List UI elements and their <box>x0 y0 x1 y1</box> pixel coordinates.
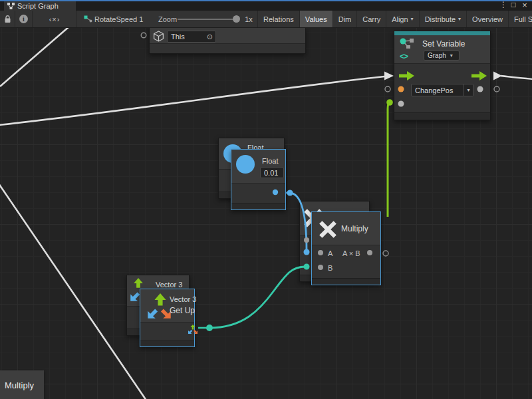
graph-toolbar: i ‹×› RotateSpeed 1 Zoom 1x Relations Va… <box>0 11 532 28</box>
flow-input-port[interactable] <box>399 71 414 80</box>
flow-cable-arrow-in[interactable] <box>384 72 394 80</box>
flow-cable-arrow-out[interactable] <box>493 72 502 80</box>
cable-blue-endpoint[interactable] <box>287 190 293 196</box>
graph-name-label: RotateSpeed 1 <box>94 11 145 27</box>
zoom-slider-track[interactable] <box>178 19 237 20</box>
port-output-value[interactable] <box>477 86 483 92</box>
zoom-value: 1x <box>242 11 255 27</box>
chevron-down-icon: ▾ <box>458 16 461 22</box>
port-variable-name[interactable] <box>398 86 404 92</box>
tab-bar: Script Graph ⋮ □ × <box>0 0 532 11</box>
flow-output-port[interactable] <box>471 71 487 80</box>
overview-button[interactable]: Overview <box>467 11 509 27</box>
graph-tab-icon <box>7 3 15 9</box>
port-this-unconnected[interactable] <box>141 33 146 38</box>
port-multiply-result[interactable] <box>367 250 372 255</box>
info-button[interactable]: i <box>15 11 32 27</box>
port-multiply-a[interactable] <box>318 250 323 255</box>
fullscreen-label: Full Screen <box>514 15 532 23</box>
zoom-slider-handle[interactable] <box>233 15 240 23</box>
chevron-down-icon: ▾ <box>411 16 414 22</box>
graph-canvas[interactable]: Float Vector 3 <box>0 28 532 399</box>
code-view-button[interactable]: ‹×› <box>33 11 76 27</box>
lock-icon <box>4 15 11 23</box>
cable-lime-endpoint[interactable] <box>386 99 393 106</box>
values-button[interactable]: Values <box>300 11 333 27</box>
port-unconnected[interactable] <box>494 86 499 92</box>
relations-label: Relations <box>263 15 294 23</box>
port-unconnected[interactable] <box>385 86 390 92</box>
code-icon: ‹×› <box>49 15 61 23</box>
toolbar-button-group: Relations Values Dim Carry Align ▾ Distr… <box>257 11 532 27</box>
distribute-dropdown-button[interactable]: Distribute ▾ <box>420 11 467 27</box>
info-icon: i <box>19 15 28 23</box>
window-menu-button[interactable]: ⋮ <box>499 0 508 11</box>
carry-label: Carry <box>362 15 380 23</box>
tab-label: Script Graph <box>17 2 59 10</box>
align-dropdown-button[interactable]: Align ▾ <box>386 11 419 27</box>
port-ghost-input[interactable] <box>304 237 309 243</box>
relations-button[interactable]: Relations <box>258 11 300 27</box>
align-label: Align <box>392 15 408 23</box>
port-input-value[interactable] <box>398 101 404 107</box>
tab-script-graph[interactable]: Script Graph <box>4 1 76 11</box>
overview-label: Overview <box>472 15 503 23</box>
maximize-button[interactable]: □ <box>509 0 518 11</box>
port-multiply-b[interactable] <box>318 265 323 270</box>
tooltip-label: Multiply <box>5 380 34 390</box>
values-label: Values <box>305 15 327 23</box>
focus-indicator <box>0 0 532 1</box>
dim-label: Dim <box>338 15 352 23</box>
lock-button[interactable] <box>0 11 15 27</box>
zoom-label: Zoom <box>157 11 178 27</box>
cable-teal-endpoint[interactable] <box>206 325 213 331</box>
port-ghost-input-b[interactable] <box>304 264 310 270</box>
port-unconnected[interactable] <box>383 251 388 256</box>
port-float-output[interactable] <box>273 190 278 195</box>
close-button[interactable]: × <box>520 0 529 11</box>
node-tooltip: Multiply <box>0 370 44 399</box>
port-ghost-input-a[interactable] <box>304 249 310 255</box>
dim-button[interactable]: Dim <box>333 11 358 27</box>
script-graph-window: Script Graph ⋮ □ × i ‹×› RotateSpeed 1 <box>0 0 532 399</box>
toolbar-separator <box>76 11 77 27</box>
distribute-label: Distribute <box>425 15 456 23</box>
carry-button[interactable]: Carry <box>357 11 386 27</box>
fullscreen-button[interactable]: Full Screen <box>509 11 532 27</box>
graph-asset-icon <box>82 11 93 27</box>
